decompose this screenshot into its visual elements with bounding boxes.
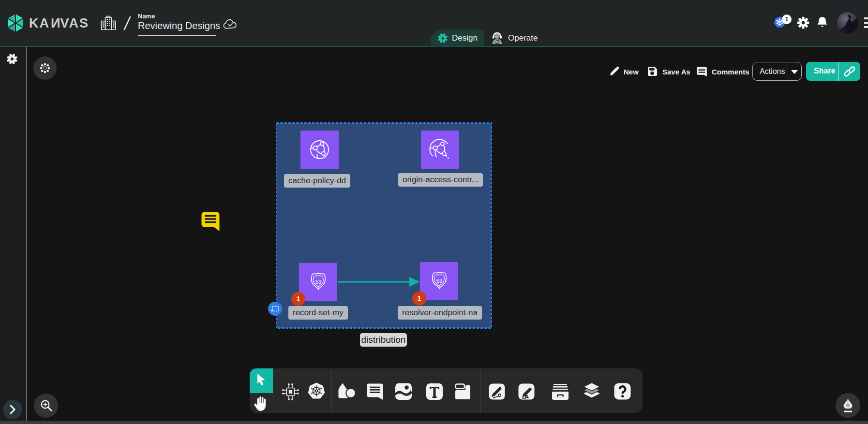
svg-text:53: 53: [315, 279, 322, 285]
svg-text:53: 53: [436, 278, 443, 284]
